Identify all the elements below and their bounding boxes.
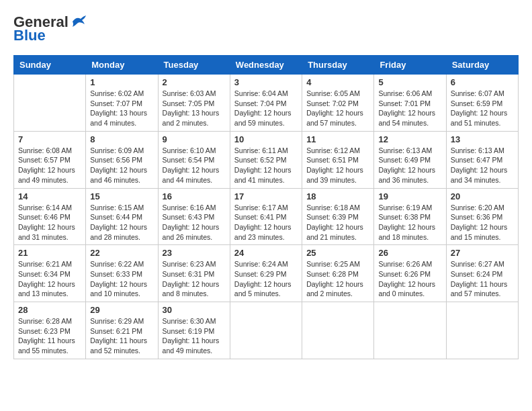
calendar-cell: [446, 302, 518, 359]
calendar-cell: 25Sunrise: 6:25 AMSunset: 6:28 PMDayligh…: [302, 245, 374, 302]
day-number: 29: [90, 305, 153, 315]
logo-bird-icon: [71, 15, 86, 27]
day-info: Sunrise: 6:07 AMSunset: 6:59 PMDaylight:…: [451, 89, 514, 128]
calendar-cell: 21Sunrise: 6:21 AMSunset: 6:34 PMDayligh…: [14, 245, 86, 302]
calendar-week-row-5: 28Sunrise: 6:28 AMSunset: 6:23 PMDayligh…: [14, 302, 519, 359]
day-number: 24: [234, 248, 298, 258]
calendar-cell: 27Sunrise: 6:27 AMSunset: 6:24 PMDayligh…: [446, 245, 518, 302]
day-info: Sunrise: 6:02 AMSunset: 7:07 PMDaylight:…: [90, 89, 153, 128]
calendar-cell: 29Sunrise: 6:29 AMSunset: 6:21 PMDayligh…: [86, 302, 158, 359]
day-info: Sunrise: 6:24 AMSunset: 6:29 PMDaylight:…: [234, 259, 298, 299]
calendar-cell: 30Sunrise: 6:30 AMSunset: 6:19 PMDayligh…: [158, 302, 230, 359]
day-number: 25: [306, 248, 369, 258]
day-info: Sunrise: 6:17 AMSunset: 6:41 PMDaylight:…: [234, 203, 298, 242]
day-number: 22: [90, 248, 153, 258]
day-number: 20: [451, 191, 514, 201]
calendar-cell: 8Sunrise: 6:09 AMSunset: 6:56 PMDaylight…: [86, 131, 158, 188]
calendar-cell: 5Sunrise: 6:06 AMSunset: 7:01 PMDaylight…: [374, 75, 446, 132]
day-number: 14: [18, 191, 81, 201]
calendar-cell: 16Sunrise: 6:16 AMSunset: 6:43 PMDayligh…: [158, 188, 230, 245]
day-info: Sunrise: 6:15 AMSunset: 6:44 PMDaylight:…: [90, 203, 153, 242]
calendar-cell: 26Sunrise: 6:26 AMSunset: 6:26 PMDayligh…: [374, 245, 446, 302]
day-number: 10: [234, 134, 298, 144]
weekday-header-monday: Monday: [86, 56, 158, 75]
calendar-cell: 9Sunrise: 6:10 AMSunset: 6:54 PMDaylight…: [158, 131, 230, 188]
calendar-week-row-4: 21Sunrise: 6:21 AMSunset: 6:34 PMDayligh…: [14, 245, 519, 302]
calendar-cell: [302, 302, 374, 359]
day-info: Sunrise: 6:20 AMSunset: 6:36 PMDaylight:…: [451, 203, 514, 242]
day-number: 26: [378, 248, 441, 258]
day-number: 23: [163, 248, 226, 258]
day-info: Sunrise: 6:05 AMSunset: 7:02 PMDaylight:…: [306, 89, 369, 128]
calendar-cell: 10Sunrise: 6:11 AMSunset: 6:52 PMDayligh…: [230, 131, 302, 188]
day-info: Sunrise: 6:14 AMSunset: 6:46 PMDaylight:…: [18, 203, 81, 242]
day-info: Sunrise: 6:27 AMSunset: 6:24 PMDaylight:…: [451, 259, 514, 299]
day-number: 6: [451, 77, 514, 87]
calendar-cell: 3Sunrise: 6:04 AMSunset: 7:04 PMDaylight…: [230, 75, 302, 132]
calendar-cell: 6Sunrise: 6:07 AMSunset: 6:59 PMDaylight…: [446, 75, 518, 132]
day-number: 18: [306, 191, 369, 201]
calendar-cell: 18Sunrise: 6:18 AMSunset: 6:39 PMDayligh…: [302, 188, 374, 245]
calendar-week-row-1: 1Sunrise: 6:02 AMSunset: 7:07 PMDaylight…: [14, 75, 519, 132]
calendar-header-row: SundayMondayTuesdayWednesdayThursdayFrid…: [14, 56, 519, 75]
logo: General Blue: [13, 13, 86, 44]
day-info: Sunrise: 6:06 AMSunset: 7:01 PMDaylight:…: [378, 89, 441, 128]
day-number: 28: [18, 305, 81, 315]
calendar-week-row-2: 7Sunrise: 6:08 AMSunset: 6:57 PMDaylight…: [14, 131, 519, 188]
calendar-cell: 17Sunrise: 6:17 AMSunset: 6:41 PMDayligh…: [230, 188, 302, 245]
weekday-header-thursday: Thursday: [302, 56, 374, 75]
calendar-cell: 28Sunrise: 6:28 AMSunset: 6:23 PMDayligh…: [14, 302, 86, 359]
calendar-table: SundayMondayTuesdayWednesdayThursdayFrid…: [13, 55, 519, 359]
calendar-cell: 14Sunrise: 6:14 AMSunset: 6:46 PMDayligh…: [14, 188, 86, 245]
calendar-cell: 2Sunrise: 6:03 AMSunset: 7:05 PMDaylight…: [158, 75, 230, 132]
day-info: Sunrise: 6:13 AMSunset: 6:49 PMDaylight:…: [378, 146, 441, 185]
day-info: Sunrise: 6:09 AMSunset: 6:56 PMDaylight:…: [90, 146, 153, 185]
calendar-cell: 15Sunrise: 6:15 AMSunset: 6:44 PMDayligh…: [86, 188, 158, 245]
day-number: 8: [90, 134, 153, 144]
day-info: Sunrise: 6:11 AMSunset: 6:52 PMDaylight:…: [234, 146, 298, 185]
day-number: 17: [234, 191, 298, 201]
day-number: 30: [163, 305, 226, 315]
day-number: 27: [451, 248, 514, 258]
page-header: General Blue: [13, 13, 519, 44]
day-info: Sunrise: 6:22 AMSunset: 6:33 PMDaylight:…: [90, 259, 153, 299]
calendar-cell: 22Sunrise: 6:22 AMSunset: 6:33 PMDayligh…: [86, 245, 158, 302]
day-info: Sunrise: 6:29 AMSunset: 6:21 PMDaylight:…: [90, 316, 153, 356]
day-number: 16: [163, 191, 226, 201]
day-info: Sunrise: 6:04 AMSunset: 7:04 PMDaylight:…: [234, 89, 298, 128]
day-info: Sunrise: 6:12 AMSunset: 6:51 PMDaylight:…: [306, 146, 369, 185]
calendar-cell: 1Sunrise: 6:02 AMSunset: 7:07 PMDaylight…: [86, 75, 158, 132]
day-number: 3: [234, 77, 298, 87]
calendar-cell: 13Sunrise: 6:13 AMSunset: 6:47 PMDayligh…: [446, 131, 518, 188]
day-info: Sunrise: 6:13 AMSunset: 6:47 PMDaylight:…: [451, 146, 514, 185]
day-number: 9: [163, 134, 226, 144]
day-number: 1: [90, 77, 153, 87]
calendar-cell: [14, 75, 86, 132]
calendar-cell: [374, 302, 446, 359]
weekday-header-saturday: Saturday: [446, 56, 518, 75]
calendar-cell: 11Sunrise: 6:12 AMSunset: 6:51 PMDayligh…: [302, 131, 374, 188]
day-info: Sunrise: 6:18 AMSunset: 6:39 PMDaylight:…: [306, 203, 369, 242]
day-number: 5: [378, 77, 441, 87]
day-info: Sunrise: 6:28 AMSunset: 6:23 PMDaylight:…: [18, 316, 81, 356]
weekday-header-sunday: Sunday: [14, 56, 86, 75]
day-number: 4: [306, 77, 369, 87]
day-number: 21: [18, 248, 81, 258]
weekday-header-friday: Friday: [374, 56, 446, 75]
day-info: Sunrise: 6:23 AMSunset: 6:31 PMDaylight:…: [163, 259, 226, 299]
day-number: 15: [90, 191, 153, 201]
weekday-header-tuesday: Tuesday: [158, 56, 230, 75]
weekday-header-wednesday: Wednesday: [230, 56, 302, 75]
day-number: 19: [378, 191, 441, 201]
day-number: 12: [378, 134, 441, 144]
calendar-cell: 7Sunrise: 6:08 AMSunset: 6:57 PMDaylight…: [14, 131, 86, 188]
day-info: Sunrise: 6:25 AMSunset: 6:28 PMDaylight:…: [306, 259, 369, 299]
calendar-cell: 19Sunrise: 6:19 AMSunset: 6:38 PMDayligh…: [374, 188, 446, 245]
day-number: 7: [18, 134, 81, 144]
day-info: Sunrise: 6:03 AMSunset: 7:05 PMDaylight:…: [163, 89, 226, 128]
calendar-cell: 23Sunrise: 6:23 AMSunset: 6:31 PMDayligh…: [158, 245, 230, 302]
calendar-cell: 12Sunrise: 6:13 AMSunset: 6:49 PMDayligh…: [374, 131, 446, 188]
calendar-cell: 24Sunrise: 6:24 AMSunset: 6:29 PMDayligh…: [230, 245, 302, 302]
calendar-week-row-3: 14Sunrise: 6:14 AMSunset: 6:46 PMDayligh…: [14, 188, 519, 245]
day-info: Sunrise: 6:21 AMSunset: 6:34 PMDaylight:…: [18, 259, 81, 299]
